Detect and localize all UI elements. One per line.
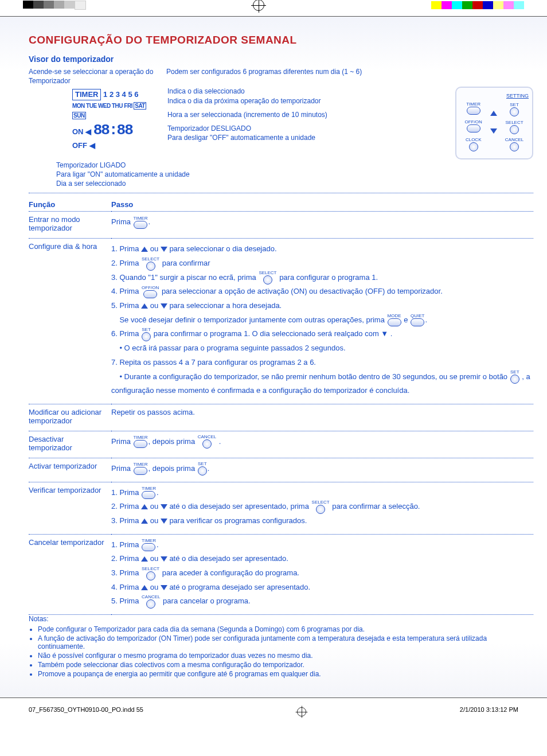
- swatches-left: [23, 1, 86, 10]
- page-title: CONFIGURAÇÃO DO TEMPORIZADOR SEMANAL: [29, 34, 533, 46]
- callout-mid1: Indica o dia seleccionado: [167, 87, 450, 96]
- timer-button-icon: TIMER: [134, 216, 148, 229]
- note-2: A função de activação do temporizador (O…: [38, 634, 533, 650]
- cancel-button-icon: CANCEL: [198, 435, 216, 449]
- row-configure: Configure dia & hora 1. Prima ou para se…: [29, 239, 533, 404]
- callout-mid3: Hora a ser seleccionada (incremento de 1…: [167, 110, 450, 119]
- page: CONFIGURAÇÃO DO TEMPORIZADOR SEMANAL Vis…: [0, 16, 547, 698]
- quiet-button-icon: QUIET: [411, 314, 424, 326]
- callout-mid2: Indica o dia da próxima operação do temp…: [167, 96, 450, 106]
- timer-button-icon: TIMER: [142, 486, 156, 499]
- footer-file: 07_F567350_OYTH0910-00_PO.indd 55: [29, 706, 143, 718]
- note-1: Pode configurar o Temporizador para cada…: [38, 625, 533, 633]
- remote-up-button[interactable]: [490, 111, 497, 116]
- remote-timer-button[interactable]: [467, 107, 480, 115]
- mode-button-icon: MODE: [388, 314, 401, 326]
- lcd-timer: TIMER: [72, 89, 101, 100]
- note-3: Não é possível configurar o mesmo progra…: [38, 652, 533, 660]
- set-button-icon: SET: [142, 328, 151, 341]
- remote-setting: SETTING: [460, 92, 529, 99]
- row-disable: Desactivar temporizador Prima TIMER, dep…: [29, 431, 533, 458]
- row-check: Verificar temporizador 1. Prima TIMER. 2…: [29, 482, 533, 534]
- registration-mark-icon: [297, 707, 306, 716]
- select-button-icon: SELECT: [142, 567, 159, 580]
- callout-bottom: Dia a ser seleccionado: [56, 180, 126, 188]
- up-icon: [141, 247, 148, 252]
- select-button-icon: SELECT: [312, 500, 330, 514]
- function-table: Função Passo Entrar no modo temporizador…: [29, 198, 533, 615]
- registration-mark-icon: [253, 0, 264, 11]
- select-button-icon: SELECT: [259, 271, 276, 285]
- offon-button-icon: OFF/ON: [142, 286, 159, 298]
- crop-marks-top: [0, 0, 547, 10]
- row-cancel: Cancelar temporizador 1. Prima TIMER. 2.…: [29, 534, 533, 614]
- lcd-programs: 1 2 3 4 5 6: [103, 90, 138, 99]
- remote-panel: SETTING TIMER SET OFF/ON SELECT CLOCK: [455, 87, 533, 159]
- swatches-right: [431, 1, 524, 9]
- callout-on-label: Temporizador LIGADO: [56, 161, 126, 169]
- timer-button-icon: TIMER: [142, 539, 156, 551]
- section-subtitle: Visor do temporizador: [29, 54, 533, 64]
- remote-select-button[interactable]: [510, 125, 519, 134]
- select-button-icon: SELECT: [142, 257, 159, 271]
- th-step: Passo: [111, 198, 533, 212]
- note-4: Também pode seleccionar dias colectivos …: [38, 661, 533, 669]
- remote-cancel-button[interactable]: [510, 142, 519, 151]
- notes: Notas: Pode configurar o Temporizador pa…: [29, 615, 533, 678]
- footer-date: 2/1/2010 3:13:12 PM: [460, 706, 518, 718]
- remote-set-button[interactable]: [510, 107, 519, 116]
- notes-head: Notas:: [29, 615, 533, 623]
- cancel-button-icon: CANCEL: [142, 595, 160, 609]
- down-icon: [161, 247, 167, 252]
- callout-off-text: Para desligar "OFF" automaticamente a un…: [167, 134, 315, 142]
- timer-button-icon: TIMER: [134, 435, 148, 448]
- remote-clock-button[interactable]: [469, 142, 478, 151]
- note-5: Promove a poupança de energia ao permiti…: [38, 670, 533, 678]
- row-modify: Modificar ou adicionar temporizador Repe…: [29, 404, 533, 431]
- callout-on-text: Para ligar "ON" automaticamente a unidad…: [56, 170, 190, 178]
- display-callouts: Acende-se se seleccionar a operação do T…: [29, 67, 533, 188]
- th-func: Função: [29, 198, 111, 212]
- row-enable: Activar temporizador Prima TIMER, depois…: [29, 458, 533, 482]
- footer: 07_F567350_OYTH0910-00_PO.indd 55 2/1/20…: [0, 704, 547, 723]
- set-button-icon: SET: [198, 462, 207, 476]
- set-button-icon: SET: [510, 370, 519, 384]
- timer-button-icon: TIMER: [134, 462, 148, 475]
- row-enter-timer: Entrar no modo temporizador Prima TIMER.: [29, 212, 533, 239]
- remote-offon-button[interactable]: [467, 124, 480, 133]
- callout-top-right: Podem ser configurados 6 programas difer…: [166, 67, 533, 76]
- callout-top-left: Acende-se se seleccionar a operação do T…: [29, 67, 161, 85]
- remote-down-button[interactable]: [490, 128, 497, 134]
- lcd-diagram: TIMER 1 2 3 4 5 6 MON TUE WED THU FRI SA…: [69, 87, 162, 153]
- callout-off-label: Temporizador DESLIGADO: [167, 124, 251, 133]
